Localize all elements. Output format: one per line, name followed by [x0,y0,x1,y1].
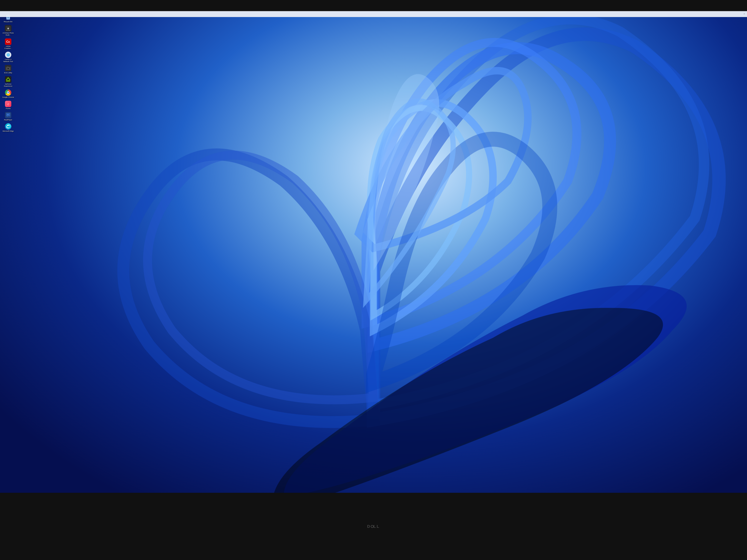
realplayer-label: RealPlayer [4,119,12,121]
dell-logo: DLL [367,524,380,529]
geforce-label: GeForce Experience [2,83,14,87]
svg-text:⚙: ⚙ [7,27,9,30]
svg-point-32 [5,123,11,130]
monitor-bezel-top [0,0,747,11]
desktop-icon-eos[interactable]: EOS Utility [1,64,15,75]
canon-label: Canon IJ Network Tool [2,58,14,62]
desktop-icon-edge[interactable]: Microsoft Edge [1,123,15,133]
desktop-icon-geforce[interactable]: GeForce Experience [1,75,15,88]
svg-rect-22 [7,66,8,67]
desktop-screen: ♻ Recycle Bin ⚙ ACDSee ACDSee Photo Stud… [0,11,747,493]
desktop-icon-canon[interactable]: 🌐 Canon IJ Network Tool [1,51,15,63]
chrome-label: Google Chrome [2,96,14,98]
itunes-label: iTunes [6,108,11,110]
taskbar: ^ [0,11,747,17]
edge-label: Microsoft Edge [3,130,14,132]
svg-text:🌐: 🌐 [7,53,10,56]
desktop-wallpaper [0,11,747,493]
taskbar-chevron[interactable]: ^ [744,13,745,16]
desktop-icons-container: ♻ Recycle Bin ⚙ ACDSee ACDSee Photo Stud… [1,13,15,133]
svg-rect-26 [6,80,10,81]
svg-text:♫: ♫ [7,102,9,106]
desktop-icon-chrome[interactable]: Google Chrome [1,88,15,99]
desktop-icon-realplayer[interactable]: RealPlayer [1,111,15,122]
desktop-icon-acdsee[interactable]: ⚙ ACDSee ACDSee Photo Studi... [1,24,15,37]
desktop-icon-itunes[interactable]: ♫ iTunes [1,100,15,110]
acdsee-label: ACDSee Photo Studi... [2,32,14,36]
dell-o-letter [371,525,374,528]
svg-text:ACDSee: ACDSee [6,30,10,31]
svg-point-21 [7,68,9,69]
svg-text:Cc: Cc [6,40,10,43]
recycle-bin-label: Recycle Bin [4,21,12,23]
eos-label: EOS Utility [4,72,12,74]
monitor-bezel-bottom: DLL [0,493,747,560]
desktop-icon-adobe[interactable]: Cc Adobe Creative... [1,37,15,50]
adobe-label: Adobe Creative... [2,45,14,49]
